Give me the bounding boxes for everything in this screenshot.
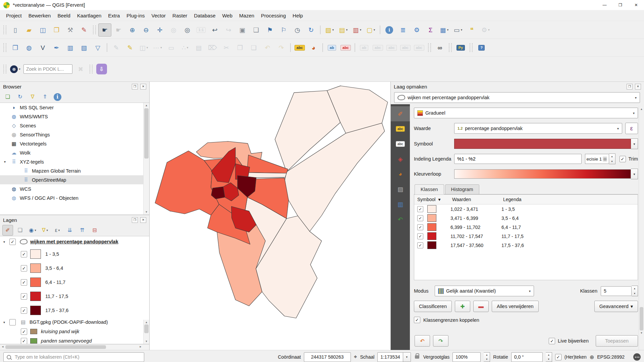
menu-item[interactable]: Bewerken bbox=[25, 11, 54, 20]
locator-input[interactable] bbox=[14, 354, 141, 360]
expand-all-button[interactable]: ⇊▾ bbox=[64, 225, 75, 236]
trim-checkbox[interactable]: ✓ bbox=[620, 156, 626, 162]
legend-class-1[interactable]: ✓ 1 - 3,5 bbox=[0, 247, 149, 261]
new-shapefile-layer-button[interactable]: ✒▾ bbox=[50, 41, 63, 54]
remove-layer-button[interactable]: ⊟▾ bbox=[89, 225, 100, 236]
layer-wijken[interactable]: ▾ ✓ wijken met percentage pandoppervlak bbox=[0, 236, 149, 247]
new-temporary-scratch-layer-button[interactable]: ▧▾ bbox=[77, 41, 91, 54]
scrollbar-thumb[interactable] bbox=[144, 324, 149, 333]
magnifier-value[interactable]: 100% bbox=[452, 352, 481, 362]
manage-visibility-button[interactable]: ◉▾ bbox=[27, 225, 38, 236]
collapse-all-button[interactable]: ⇈▾ bbox=[77, 225, 88, 236]
digitize-button[interactable]: ⋯▾ bbox=[151, 41, 164, 54]
pdok-clear-search-button[interactable]: ✖ bbox=[74, 63, 87, 76]
label-rule-button[interactable]: abc▾ bbox=[339, 41, 352, 54]
scrollbar-thumb[interactable] bbox=[640, 307, 643, 330]
layer-visibility-checkbox[interactable] bbox=[9, 319, 16, 325]
zoom-to-layer-button[interactable]: ◎▾ bbox=[181, 23, 194, 37]
remove-class-button[interactable]: ▬ bbox=[473, 301, 489, 312]
label-single-button[interactable]: ab▾ bbox=[325, 41, 338, 54]
layer-kruising-pand-wijk[interactable]: ✓ kruising pand wijk bbox=[0, 327, 149, 336]
menu-item[interactable]: Project bbox=[3, 11, 25, 20]
class-visibility-checkbox[interactable]: ✓ bbox=[417, 215, 423, 221]
undo-button[interactable]: ↶▾ bbox=[261, 41, 274, 54]
pdok-search-input[interactable] bbox=[23, 64, 72, 74]
legend-class-2[interactable]: ✓ 3,5 - 6,4 bbox=[0, 261, 149, 275]
dropdown-caret[interactable]: ▾ bbox=[403, 353, 411, 362]
pdok-services-button[interactable]: ⊛ ▾ bbox=[9, 63, 22, 76]
legend-class-3[interactable]: ✓ 6,4 - 11,7 bbox=[0, 275, 149, 289]
pin-labels-button[interactable]: ab▾ bbox=[358, 41, 371, 54]
change-label-button[interactable]: abc▾ bbox=[413, 41, 426, 54]
browser-scrollbar[interactable]: ▲ ▼ bbox=[143, 103, 149, 215]
class-visibility-checkbox[interactable]: ✓ bbox=[417, 233, 423, 239]
class-color-swatch[interactable] bbox=[427, 214, 436, 222]
classes-count-value[interactable]: 5 bbox=[601, 286, 632, 296]
class-row[interactable]: ✓ 1,022 - 3,471 1 - 3,5 bbox=[414, 204, 638, 214]
classes-table-header[interactable]: Symbool▾ Waarden Legenda bbox=[414, 195, 638, 204]
menu-item[interactable]: Raster bbox=[169, 11, 191, 20]
scroll-up-icon[interactable]: ▲ bbox=[144, 104, 149, 107]
paste-features-button[interactable]: ❏▾ bbox=[247, 41, 260, 54]
metasearch-button[interactable]: ∞▾ bbox=[433, 41, 446, 54]
styling-layer-combo[interactable]: wijken met percentage pandoppervlak ▾ bbox=[394, 92, 640, 103]
browser-item-wms[interactable]: ◍ WMS/WMTS bbox=[0, 112, 149, 121]
class-row[interactable]: ✓ 6,399 - 11,702 6,4 - 11,7 bbox=[414, 223, 638, 232]
browser-item-sensorthings[interactable]: ◎ SensorThings bbox=[0, 130, 149, 139]
layer-visibility-checkbox[interactable]: ✓ bbox=[21, 293, 27, 300]
actions-button[interactable]: ⚙▾ bbox=[479, 23, 492, 37]
browser-add-favorite-button[interactable]: ❏▾ bbox=[2, 92, 13, 102]
data-source-manager-button[interactable]: ❒▾ bbox=[9, 41, 22, 54]
tab[interactable]: Histogram bbox=[445, 184, 479, 194]
styling-tab-elevation[interactable]: ▨ bbox=[391, 182, 410, 197]
value-field-combo[interactable]: 1.2 percentage pandoppervlak ▾ bbox=[454, 123, 622, 134]
zoom-last-button[interactable]: ↩▾ bbox=[208, 23, 221, 37]
layers-horizontal-scrollbar[interactable]: ◄ ► bbox=[0, 344, 149, 350]
add-group-button[interactable]: ❏▾ bbox=[15, 225, 25, 236]
pan-to-selection-button[interactable]: ☛▾ bbox=[112, 23, 125, 37]
scroll-up-icon[interactable]: ▲ bbox=[144, 321, 149, 324]
extent-toggle-icon[interactable]: ⌖ bbox=[354, 354, 357, 360]
pan-map-button[interactable]: ☛▾ bbox=[98, 23, 111, 37]
styling-tab-3d[interactable]: ◈ bbox=[391, 152, 410, 167]
copy-features-button[interactable]: ❐▾ bbox=[233, 41, 247, 54]
menu-item[interactable]: Vector bbox=[148, 11, 169, 20]
new-project-button[interactable]: ▯▾ bbox=[9, 23, 22, 37]
rotation-spin-arrows[interactable]: ▴▾ bbox=[546, 352, 552, 362]
styling-scrollbar[interactable]: ▲ ▼ bbox=[639, 107, 644, 350]
scroll-down-icon[interactable]: ▼ bbox=[144, 210, 149, 214]
show-sum-button[interactable]: Σ▾ bbox=[424, 23, 437, 37]
browser-item-wolk[interactable]: ☁ Wolk bbox=[0, 148, 149, 157]
cut-features-button[interactable]: ✂▾ bbox=[220, 41, 233, 54]
menu-item[interactable]: Extra bbox=[105, 11, 123, 20]
layer-group-bgt[interactable]: ▾ ▤ BGT.gpkg (PDOK-OAPIF-download) bbox=[0, 317, 149, 327]
layer-visibility-checkbox[interactable]: ✓ bbox=[21, 338, 27, 344]
move-label-button[interactable]: abc▾ bbox=[385, 41, 398, 54]
layer-visibility-checkbox[interactable]: ✓ bbox=[21, 307, 27, 314]
help-button[interactable]: ?▾ bbox=[475, 41, 488, 54]
menu-item[interactable]: Kaartlagen bbox=[74, 11, 105, 20]
link-class-boundaries-checkbox[interactable]: ✓ bbox=[414, 317, 420, 323]
current-edits-button[interactable]: ✎▾ bbox=[110, 41, 123, 54]
zoom-to-selection-button[interactable]: ◎▾ bbox=[167, 23, 180, 37]
save-layer-edits-button[interactable]: ◫▾ bbox=[137, 41, 150, 54]
scrollbar-thumb[interactable] bbox=[144, 108, 149, 159]
color-ramp-bar[interactable] bbox=[454, 169, 631, 179]
add-record-button[interactable]: ▭▾ bbox=[165, 41, 178, 54]
menu-item[interactable]: Plug-ins bbox=[123, 11, 148, 20]
project-properties-button[interactable]: ⚒▾ bbox=[64, 23, 77, 37]
zoom-out-button[interactable]: ⊖▾ bbox=[140, 23, 153, 37]
layer-visibility-checkbox[interactable]: ✓ bbox=[21, 279, 27, 286]
class-row[interactable]: ✓ 17,547 - 37,560 17,5 - 37,6 bbox=[414, 241, 638, 250]
class-row[interactable]: ✓ 3,471 - 6,399 3,5 - 6,4 bbox=[414, 214, 638, 223]
menu-item[interactable]: Web bbox=[219, 11, 236, 20]
symbol-color-bar[interactable] bbox=[454, 139, 631, 149]
zoom-next-button[interactable]: ↪▾ bbox=[222, 23, 235, 37]
apply-button[interactable]: Toepassen bbox=[596, 335, 638, 347]
clear-precision-icon[interactable]: ⊗ bbox=[603, 157, 607, 162]
advanced-button[interactable]: Geavanceerd▾ bbox=[594, 301, 638, 312]
delete-selected-button[interactable]: ⌦▾ bbox=[206, 41, 219, 54]
browser-item-wcs[interactable]: ◍ WCS bbox=[0, 184, 149, 193]
rotation-value[interactable]: 0,0 ° bbox=[511, 352, 543, 362]
classes-spin-arrows[interactable]: ▴▾ bbox=[632, 286, 638, 296]
